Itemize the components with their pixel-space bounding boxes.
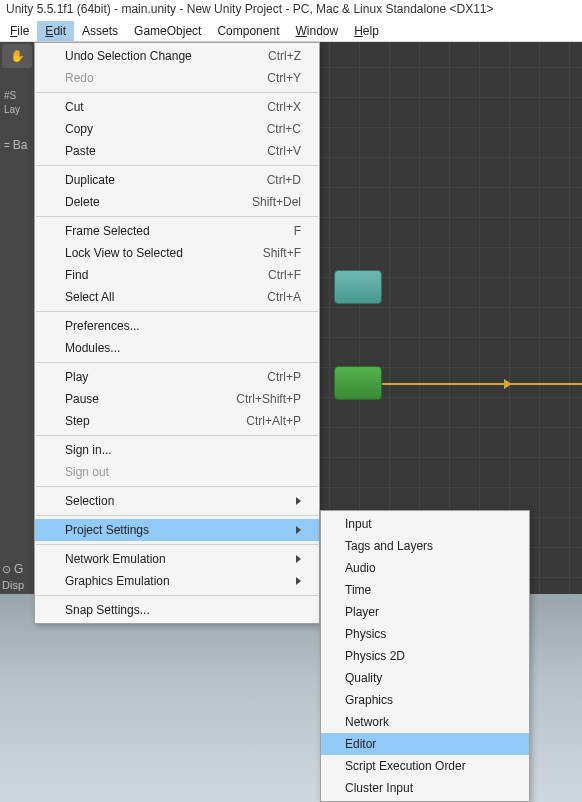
project-settings-submenu: Input Tags and Layers Audio Time Player … (320, 510, 530, 802)
separator (36, 92, 318, 93)
menu-assets[interactable]: Assets (74, 21, 126, 41)
gizmos-label: ⊙ G (2, 562, 23, 576)
graph-edge (382, 383, 582, 385)
submenu-quality[interactable]: Quality (321, 667, 529, 689)
submenu-audio[interactable]: Audio (321, 557, 529, 579)
menu-help[interactable]: Help (346, 21, 387, 41)
find-item[interactable]: FindCtrl+F (35, 264, 319, 286)
edit-dropdown: Undo Selection ChangeCtrl+Z RedoCtrl+Y C… (34, 42, 320, 624)
menu-file[interactable]: File (2, 21, 37, 41)
pause-item[interactable]: PauseCtrl+Shift+P (35, 388, 319, 410)
menubar: File Edit Assets GameObject Component Wi… (0, 20, 582, 42)
network-emulation-item[interactable]: Network Emulation (35, 548, 319, 570)
window-title: Unity 5.5.1f1 (64bit) - main.unity - New… (0, 0, 582, 20)
separator (36, 165, 318, 166)
chevron-right-icon (296, 555, 301, 563)
submenu-player[interactable]: Player (321, 601, 529, 623)
separator (36, 544, 318, 545)
separator (36, 515, 318, 516)
hand-tool-icon[interactable]: ✋ (2, 44, 32, 68)
submenu-time[interactable]: Time (321, 579, 529, 601)
play-item[interactable]: PlayCtrl+P (35, 366, 319, 388)
step-item[interactable]: StepCtrl+Alt+P (35, 410, 319, 432)
preferences-item[interactable]: Preferences... (35, 315, 319, 337)
separator (36, 435, 318, 436)
display-label: Disp (2, 579, 24, 591)
frame-selected-item[interactable]: Frame SelectedF (35, 220, 319, 242)
chevron-right-icon (296, 577, 301, 585)
project-settings-item[interactable]: Project Settings (35, 519, 319, 541)
submenu-input[interactable]: Input (321, 513, 529, 535)
submenu-graphics[interactable]: Graphics (321, 689, 529, 711)
modules-item[interactable]: Modules... (35, 337, 319, 359)
menu-component[interactable]: Component (209, 21, 287, 41)
base-label: = Ba (4, 138, 27, 152)
chevron-right-icon (296, 526, 301, 534)
layers-label: Lay (4, 104, 20, 115)
select-all-item[interactable]: Select AllCtrl+A (35, 286, 319, 308)
submenu-editor[interactable]: Editor (321, 733, 529, 755)
copy-item[interactable]: CopyCtrl+C (35, 118, 319, 140)
separator (36, 216, 318, 217)
delete-item[interactable]: DeleteShift+Del (35, 191, 319, 213)
submenu-script-order[interactable]: Script Execution Order (321, 755, 529, 777)
cut-item[interactable]: CutCtrl+X (35, 96, 319, 118)
submenu-physics[interactable]: Physics (321, 623, 529, 645)
undo-item[interactable]: Undo Selection ChangeCtrl+Z (35, 45, 319, 67)
duplicate-item[interactable]: DuplicateCtrl+D (35, 169, 319, 191)
submenu-physics2d[interactable]: Physics 2D (321, 645, 529, 667)
paste-item[interactable]: PasteCtrl+V (35, 140, 319, 162)
graph-node-green[interactable] (334, 366, 382, 400)
lock-view-item[interactable]: Lock View to SelectedShift+F (35, 242, 319, 264)
submenu-network[interactable]: Network (321, 711, 529, 733)
graph-node-teal[interactable] (334, 270, 382, 304)
separator (36, 362, 318, 363)
submenu-tags[interactable]: Tags and Layers (321, 535, 529, 557)
separator (36, 595, 318, 596)
menu-window[interactable]: Window (287, 21, 346, 41)
graphics-emulation-item[interactable]: Graphics Emulation (35, 570, 319, 592)
signin-item[interactable]: Sign in... (35, 439, 319, 461)
selection-item[interactable]: Selection (35, 490, 319, 512)
signout-item[interactable]: Sign out (35, 461, 319, 483)
arrow-icon (504, 379, 512, 389)
separator (36, 486, 318, 487)
menu-edit[interactable]: Edit (37, 21, 74, 41)
chevron-right-icon (296, 497, 301, 505)
side-label: #S (4, 90, 16, 101)
separator (36, 311, 318, 312)
submenu-cluster[interactable]: Cluster Input (321, 777, 529, 799)
redo-item[interactable]: RedoCtrl+Y (35, 67, 319, 89)
menu-gameobject[interactable]: GameObject (126, 21, 209, 41)
snap-settings-item[interactable]: Snap Settings... (35, 599, 319, 621)
